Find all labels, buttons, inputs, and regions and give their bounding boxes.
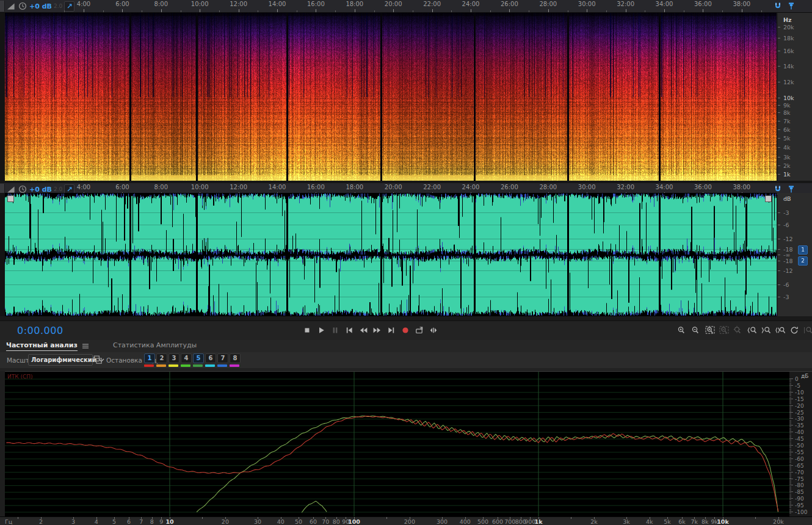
ruler-tick — [471, 9, 471, 12]
ruler-minor-tick — [413, 10, 413, 12]
hold-button-7[interactable]: 7 — [217, 353, 227, 367]
transport-pause-button — [328, 324, 342, 337]
channel-1-badge[interactable]: 1 — [798, 245, 808, 255]
hold-button-4[interactable]: 4 — [181, 353, 190, 367]
hold-button-2[interactable]: 2 — [156, 353, 166, 367]
hold-button-1[interactable]: 1 — [144, 353, 154, 367]
frequency-scale[interactable]: Hz 20k18k16k14k12k10k9k8k7k6k5k4k3k2k1k — [778, 13, 812, 181]
frequency-tick — [114, 517, 115, 519]
scale-tick — [778, 66, 780, 67]
transport-record-button[interactable] — [399, 324, 412, 337]
db-tick-label: -75 — [795, 476, 804, 482]
audition-window: +0 dB 2.0 4:006:008:0010:0012:0014:0016:… — [0, 0, 812, 525]
frequency-tick — [442, 517, 443, 519]
scale-tick — [778, 112, 780, 113]
timeline-ticks[interactable]: 4:006:008:0010:0012:0014:0016:0018:0020:… — [0, 0, 812, 12]
scale-tick — [778, 249, 780, 250]
scale-tick — [778, 261, 780, 261]
zoom-selection-button[interactable] — [774, 324, 787, 337]
transport-play-button[interactable] — [314, 324, 328, 337]
scale-tick — [778, 105, 780, 106]
clip-handle-right[interactable] — [765, 195, 772, 202]
ruler-time-label: 34:00 — [651, 1, 678, 7]
scale-tick — [778, 147, 780, 148]
frequency-tick-label: 300 — [430, 518, 454, 525]
timeline-ruler-1[interactable]: +0 dB 2.0 4:006:008:0010:0012:0014:0016:… — [0, 0, 812, 13]
ruler-time-label: 34:00 — [651, 184, 678, 190]
scale-label: -18 — [783, 258, 793, 264]
ruler-time-label: 32:00 — [612, 1, 639, 7]
zoom-in-left-button[interactable] — [745, 324, 759, 337]
db-tick-label: -60 — [795, 456, 804, 462]
left-gutter — [0, 193, 5, 316]
db-tick-label: -25 — [795, 410, 804, 416]
frequency-tick-label: 2 — [29, 518, 53, 525]
channel-2-badge[interactable]: 2 — [798, 256, 808, 266]
hold-button-6[interactable]: 6 — [205, 353, 215, 367]
tab-frequency-analysis[interactable]: Частотный анализ — [6, 341, 90, 351]
transport-skip-start-button[interactable] — [343, 324, 356, 337]
ruler-minor-tick — [103, 10, 104, 12]
frequency-tick — [538, 517, 539, 519]
transport-forward-button[interactable] — [371, 324, 384, 337]
scale-label: 12k — [783, 79, 794, 85]
hold-button-5[interactable]: 5 — [193, 353, 203, 367]
frequency-minor-tick — [18, 517, 18, 519]
frequency-tick-label: 10k — [711, 518, 735, 525]
panel-tab-bar: Частотный анализ Статистика Амплитуды — [0, 340, 812, 352]
hold-button-8[interactable]: 8 — [230, 353, 239, 367]
zoom-reset-button[interactable] — [788, 324, 801, 337]
panel-menu-icon[interactable] — [81, 341, 90, 351]
scale-tick — [778, 284, 780, 285]
hold-color-swatch — [230, 364, 239, 367]
zoom-in-frame-button[interactable] — [703, 324, 717, 337]
transport-skip-end-button[interactable] — [385, 324, 398, 337]
ruler-minor-tick — [258, 10, 258, 12]
magnet-icon[interactable] — [773, 1, 783, 11]
scale-label: 9k — [783, 102, 791, 109]
ruler-time-label: 16:00 — [302, 184, 329, 190]
zoom-out-button[interactable] — [689, 324, 703, 337]
frequency-minor-tick — [202, 517, 203, 519]
time-display[interactable]: 0:00.000 — [17, 325, 63, 336]
ruler-tick — [277, 9, 278, 12]
scale-tick — [778, 138, 780, 139]
scale-label: 16k — [783, 48, 794, 54]
ruler-time-label: 30:00 — [573, 184, 600, 190]
zoom-in-button[interactable] — [675, 324, 689, 337]
transport-rewind-button[interactable] — [357, 324, 370, 337]
frequency-axis: Гц 2345678910203040506070809010020030040… — [0, 516, 812, 525]
waveform-display[interactable] — [5, 193, 777, 316]
series-канал-2 — [197, 416, 778, 512]
hold-number: 8 — [230, 353, 241, 363]
tab-amplitude-statistics[interactable]: Статистика Амплитуды — [113, 341, 197, 350]
frequency-tick-label: 20 — [213, 518, 237, 525]
transport-loop-button[interactable] — [413, 324, 426, 337]
snapshot-icon[interactable] — [93, 355, 103, 364]
ruler-time-label: 12:00 — [225, 1, 252, 7]
clip-handle-left[interactable] — [7, 195, 14, 202]
ruler-time-label: 18:00 — [341, 184, 368, 190]
ruler-time-label: 30:00 — [573, 1, 600, 7]
scale-label: 14k — [783, 63, 794, 70]
frequency-tick — [410, 517, 410, 519]
ruler-minor-tick — [529, 10, 529, 12]
ruler-time-label: 38:00 — [728, 184, 755, 190]
frequency-analysis-plot[interactable]: ИТК (СП) — [5, 371, 789, 517]
scale-tick — [778, 212, 780, 213]
ruler-tick — [664, 9, 665, 12]
scale-dropdown[interactable]: Логарифмический — [28, 354, 93, 366]
transport-swap-button[interactable] — [427, 324, 440, 337]
spectrogram-display[interactable] — [5, 13, 777, 181]
zoom-in-right-button[interactable] — [759, 324, 773, 337]
hold-button-3[interactable]: 3 — [169, 353, 178, 367]
frequency-tick-label: 30 — [245, 518, 270, 525]
transport-stop-button[interactable] — [300, 324, 314, 337]
ruler-minor-tick — [722, 10, 723, 12]
scale-tick — [778, 82, 780, 82]
db-scale[interactable]: dB -3-6-12-18-∞-18-12-6-3 — [778, 193, 812, 316]
frequency-axis-unit: Гц — [5, 518, 12, 525]
pin-icon[interactable] — [786, 1, 796, 11]
hold-number: 7 — [217, 353, 228, 363]
ruler-time-label: 6:00 — [109, 1, 136, 7]
